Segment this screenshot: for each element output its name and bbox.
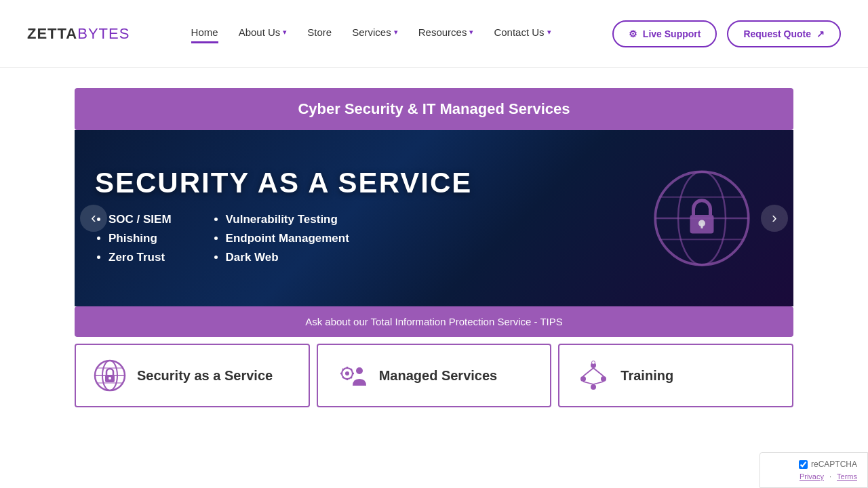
svg-line-31 bbox=[593, 368, 604, 376]
network-person-icon bbox=[576, 359, 610, 392]
request-quote-button[interactable]: Request Quote ↗ bbox=[727, 20, 841, 47]
cookie-label: reCAPTCHA bbox=[811, 460, 857, 469]
chevron-down-icon: ▾ bbox=[547, 28, 551, 37]
section-title: Cyber Security & IT Managed Services bbox=[75, 88, 793, 130]
service-card-managed[interactable]: Managed Services bbox=[317, 344, 552, 407]
list-item: Vulnerability Testing bbox=[226, 213, 349, 226]
svg-line-33 bbox=[593, 382, 604, 384]
svg-line-24 bbox=[342, 377, 344, 378]
service-card-training[interactable]: Training bbox=[558, 344, 793, 407]
logo-part1: ZETTA bbox=[27, 25, 77, 42]
logo-part2: BYTES bbox=[77, 25, 130, 42]
arrow-icon: ↗ bbox=[816, 28, 825, 39]
svg-point-28 bbox=[601, 376, 606, 382]
chevron-down-icon: ▾ bbox=[394, 28, 398, 37]
svg-line-32 bbox=[583, 382, 593, 384]
cookie-checkbox[interactable] bbox=[799, 460, 808, 469]
cookie-notice: reCAPTCHA Privacy · Terms bbox=[760, 452, 868, 488]
slider-col-2: Vulnerability Testing Endpoint Managemen… bbox=[212, 213, 349, 270]
header: ZETTABYTES Home About Us ▾ Store Service… bbox=[0, 0, 868, 68]
hero-slider: SECURITY AS A SERVICE SOC / SIEM Phishin… bbox=[75, 130, 793, 306]
slider-next-button[interactable]: › bbox=[761, 205, 788, 232]
gear-person-icon bbox=[335, 359, 369, 392]
chevron-down-icon: ▾ bbox=[469, 28, 473, 37]
nav-about[interactable]: About Us ▾ bbox=[239, 26, 288, 41]
service-card-security[interactable]: Security as a Service bbox=[75, 344, 310, 407]
list-item: Phishing bbox=[108, 232, 172, 245]
header-buttons: ⚙ Live Support Request Quote ↗ bbox=[612, 20, 841, 47]
service-training-label: Training bbox=[620, 368, 673, 384]
terms-link[interactable]: Terms bbox=[837, 472, 857, 481]
svg-line-22 bbox=[351, 377, 352, 378]
service-managed-label: Managed Services bbox=[379, 368, 498, 384]
nav-contact[interactable]: Contact Us ▾ bbox=[494, 26, 551, 41]
logo[interactable]: ZETTABYTES bbox=[27, 25, 130, 43]
svg-point-29 bbox=[591, 384, 596, 390]
main-content: Cyber Security & IT Managed Services SEC… bbox=[0, 68, 868, 407]
service-cards: Security as a Service Managed Serv bbox=[75, 344, 793, 407]
svg-line-21 bbox=[342, 369, 344, 370]
svg-line-23 bbox=[351, 369, 352, 370]
tips-bar: Ask about our Total Information Protecti… bbox=[75, 306, 793, 337]
svg-point-34 bbox=[592, 361, 595, 365]
list-item: Zero Trust bbox=[108, 251, 172, 264]
svg-line-30 bbox=[583, 368, 593, 376]
chevron-down-icon: ▾ bbox=[283, 28, 287, 37]
globe-lock-icon bbox=[651, 167, 753, 269]
list-item: SOC / SIEM bbox=[108, 213, 172, 226]
live-support-button[interactable]: ⚙ Live Support bbox=[612, 20, 717, 47]
svg-point-16 bbox=[345, 371, 349, 375]
nav-store[interactable]: Store bbox=[307, 26, 332, 41]
nav-home[interactable]: Home bbox=[191, 26, 218, 41]
main-nav: Home About Us ▾ Store Services ▾ Resourc… bbox=[191, 26, 551, 41]
service-security-label: Security as a Service bbox=[137, 368, 273, 384]
svg-point-27 bbox=[580, 376, 586, 382]
nav-services[interactable]: Services ▾ bbox=[352, 26, 398, 41]
nav-resources[interactable]: Resources ▾ bbox=[418, 26, 474, 41]
globe-lock-service-icon bbox=[93, 359, 127, 392]
list-item: Dark Web bbox=[226, 251, 349, 264]
list-item: Endpoint Management bbox=[226, 232, 349, 245]
slider-title: SECURITY AS A SERVICE bbox=[95, 167, 472, 199]
privacy-link[interactable]: Privacy bbox=[800, 472, 824, 481]
slider-prev-button[interactable]: ‹ bbox=[80, 205, 107, 232]
svg-point-25 bbox=[356, 367, 363, 374]
headset-icon: ⚙ bbox=[629, 28, 637, 39]
slider-content: SECURITY AS A SERVICE SOC / SIEM Phishin… bbox=[95, 130, 472, 306]
svg-point-14 bbox=[108, 377, 111, 380]
